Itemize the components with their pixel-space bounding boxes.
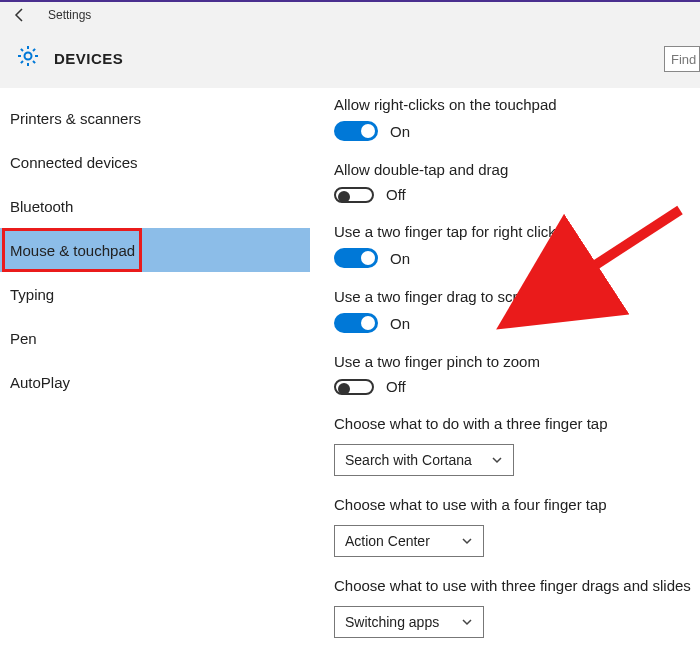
toggle-two-finger-scroll[interactable] — [334, 313, 378, 333]
sidebar-item-autoplay[interactable]: AutoPlay — [0, 360, 310, 404]
toggle-state-text: On — [390, 123, 410, 140]
header: DEVICES Find — [0, 28, 700, 88]
setting-two-finger-tap: Use a two finger tap for right click On — [334, 223, 700, 268]
setting-label: Choose what to do with a three finger ta… — [334, 415, 700, 432]
setting-two-finger-scroll: Use a two finger drag to scroll On — [334, 288, 700, 333]
sidebar-item-pen[interactable]: Pen — [0, 316, 310, 360]
titlebar: Settings — [0, 0, 700, 28]
toggle-two-finger-tap[interactable] — [334, 248, 378, 268]
setting-label: Use a two finger drag to scroll — [334, 288, 700, 305]
toggle-allow-right-clicks[interactable] — [334, 121, 378, 141]
setting-label: Choose what to use with a four finger ta… — [334, 496, 700, 513]
sidebar-item-label: Typing — [10, 286, 54, 303]
toggle-two-finger-pinch[interactable] — [334, 379, 374, 395]
sidebar-item-mouse-touchpad[interactable]: Mouse & touchpad — [0, 228, 310, 272]
setting-label: Use a two finger pinch to zoom — [334, 353, 700, 370]
dropdown-value: Search with Cortana — [345, 452, 472, 468]
back-button[interactable] — [6, 1, 34, 29]
setting-three-finger-tap: Choose what to do with a three finger ta… — [334, 415, 700, 476]
sidebar-item-label: Pen — [10, 330, 37, 347]
search-placeholder: Find — [671, 52, 696, 67]
setting-double-tap-drag: Allow double-tap and drag Off — [334, 161, 700, 203]
sidebar-item-connected-devices[interactable]: Connected devices — [0, 140, 310, 184]
toggle-state-text: On — [390, 250, 410, 267]
sidebar-item-label: Connected devices — [10, 154, 138, 171]
setting-four-finger-tap: Choose what to use with a four finger ta… — [334, 496, 700, 557]
setting-label: Choose what to use with three finger dra… — [334, 577, 700, 594]
sidebar-item-label: Printers & scanners — [10, 110, 141, 127]
chevron-down-icon — [491, 454, 503, 466]
setting-three-finger-drag: Choose what to use with three finger dra… — [334, 577, 700, 638]
content-panel: Allow right-clicks on the touchpad On Al… — [310, 88, 700, 663]
setting-label: Allow right-clicks on the touchpad — [334, 96, 700, 113]
setting-label: Use a two finger tap for right click — [334, 223, 700, 240]
sidebar: Printers & scanners Connected devices Bl… — [0, 88, 310, 663]
dropdown-four-finger-tap[interactable]: Action Center — [334, 525, 484, 557]
window-title: Settings — [48, 8, 91, 22]
page-title: DEVICES — [54, 50, 123, 67]
sidebar-item-label: Mouse & touchpad — [10, 242, 135, 259]
setting-two-finger-pinch: Use a two finger pinch to zoom Off — [334, 353, 700, 395]
dropdown-value: Action Center — [345, 533, 430, 549]
toggle-state-text: On — [390, 315, 410, 332]
sidebar-item-typing[interactable]: Typing — [0, 272, 310, 316]
toggle-state-text: Off — [386, 186, 406, 203]
search-input[interactable]: Find — [664, 46, 700, 72]
main: Printers & scanners Connected devices Bl… — [0, 88, 700, 663]
gear-icon — [16, 44, 40, 72]
setting-allow-right-clicks: Allow right-clicks on the touchpad On — [334, 96, 700, 141]
sidebar-item-printers[interactable]: Printers & scanners — [0, 96, 310, 140]
dropdown-three-finger-tap[interactable]: Search with Cortana — [334, 444, 514, 476]
setting-label: Allow double-tap and drag — [334, 161, 700, 178]
dropdown-value: Switching apps — [345, 614, 439, 630]
svg-point-0 — [25, 53, 32, 60]
dropdown-three-finger-drag[interactable]: Switching apps — [334, 606, 484, 638]
toggle-state-text: Off — [386, 378, 406, 395]
toggle-double-tap-drag[interactable] — [334, 187, 374, 203]
chevron-down-icon — [461, 535, 473, 547]
sidebar-item-label: AutoPlay — [10, 374, 70, 391]
chevron-down-icon — [461, 616, 473, 628]
sidebar-item-label: Bluetooth — [10, 198, 73, 215]
arrow-left-icon — [12, 7, 28, 23]
sidebar-item-bluetooth[interactable]: Bluetooth — [0, 184, 310, 228]
